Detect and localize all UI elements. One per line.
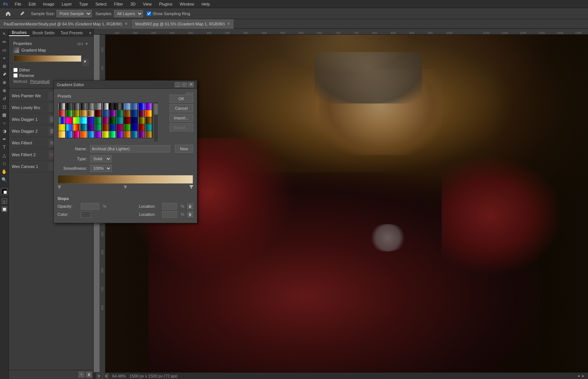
gradient-editor-bar[interactable] [58, 175, 193, 184]
gradient-editor-title-bar[interactable]: Gradient Editor _ □ ✕ [54, 81, 197, 89]
menu-help[interactable]: Help [200, 1, 212, 7]
dialog-minimize-btn[interactable]: _ [175, 82, 181, 87]
preset-item[interactable] [138, 131, 145, 138]
properties-collapse[interactable]: ◁◁ [76, 42, 84, 46]
preset-item[interactable] [95, 110, 101, 117]
preset-item[interactable] [109, 124, 116, 131]
preset-item[interactable] [59, 117, 65, 124]
preset-item[interactable] [80, 124, 87, 131]
preset-item[interactable] [138, 103, 145, 110]
eyedropper-tool-icon[interactable] [17, 8, 27, 19]
preset-item[interactable] [138, 110, 145, 117]
tool-presets-tab[interactable]: Tool Presets [58, 30, 86, 36]
gradient-stop-left[interactable] [58, 185, 61, 189]
tab-2[interactable]: WesBW2.jpg @ 61.5% (Gradient Map 1, RGB/… [132, 19, 234, 29]
screen-mode[interactable]: ⬜ [1, 206, 8, 213]
new-layer-btn[interactable]: + [79, 372, 84, 378]
preset-item[interactable] [87, 110, 94, 117]
menu-view[interactable]: View [142, 1, 153, 7]
brush-tool[interactable]: ✏ [1, 38, 8, 46]
gradient-stop-mid[interactable] [123, 185, 127, 189]
type-tool[interactable]: T [1, 144, 8, 151]
preset-item[interactable] [87, 117, 94, 124]
hand-tool[interactable]: ✋ [1, 168, 8, 175]
menu-select[interactable]: Select [94, 1, 108, 7]
stamp-tool[interactable]: ⊗ [1, 87, 8, 94]
preset-item[interactable] [145, 117, 152, 124]
dither-checkbox[interactable] [13, 68, 18, 72]
show-sampling-ring-checkbox[interactable] [147, 11, 151, 16]
preset-item[interactable] [138, 124, 145, 131]
shape-tool[interactable]: □ [1, 160, 8, 167]
preset-item[interactable] [80, 103, 87, 110]
smoothness-select[interactable]: 100% [90, 165, 112, 172]
menu-type[interactable]: Type [78, 1, 90, 7]
gradient-preview-bar[interactable] [13, 55, 81, 62]
preset-item[interactable] [95, 117, 101, 124]
presets-scrollbar[interactable] [153, 102, 158, 142]
ok-button[interactable]: OK [170, 95, 193, 103]
preset-item[interactable] [87, 131, 94, 138]
import-button[interactable]: Import... [170, 114, 193, 122]
preset-item[interactable] [80, 117, 87, 124]
zoom-tool[interactable]: 🔍 [1, 176, 8, 183]
cancel-button[interactable]: Cancel [170, 104, 193, 112]
preset-item[interactable] [95, 131, 101, 138]
menu-plugins[interactable]: Plugins [157, 1, 174, 7]
color-delete-btn[interactable]: 🗑 [187, 211, 193, 217]
blur-tool[interactable]: ○ [1, 119, 8, 127]
new-gradient-button[interactable]: New [175, 145, 193, 153]
preset-item[interactable] [145, 103, 152, 110]
preset-item[interactable] [73, 117, 80, 124]
preset-item[interactable] [102, 117, 109, 124]
brushes-tab[interactable]: Brushes [9, 29, 29, 36]
preset-item[interactable] [59, 131, 65, 138]
menu-edit[interactable]: Edit [27, 1, 37, 7]
preset-item[interactable] [131, 103, 138, 110]
preset-item[interactable] [66, 110, 73, 117]
pen-tool[interactable]: ✒ [1, 136, 8, 143]
opacity-location-input[interactable] [162, 203, 177, 210]
color-location-input[interactable] [162, 211, 177, 218]
tab-2-close[interactable]: ✕ [227, 22, 230, 26]
history-tool[interactable]: ↺ [1, 95, 8, 102]
preset-item[interactable] [66, 124, 73, 131]
preset-item[interactable] [66, 103, 73, 110]
move-tool[interactable]: ↖ [1, 30, 8, 38]
preset-item[interactable] [124, 117, 131, 124]
preset-item[interactable] [145, 110, 152, 117]
scrollbar-thumb[interactable] [154, 103, 158, 115]
preset-item[interactable] [116, 117, 123, 124]
preset-item[interactable] [145, 131, 152, 138]
preset-item[interactable] [102, 103, 109, 110]
preset-item[interactable] [102, 110, 109, 117]
preset-item[interactable] [102, 124, 109, 131]
dialog-close-btn[interactable]: ✕ [188, 82, 194, 87]
preset-item[interactable] [109, 110, 116, 117]
name-input[interactable] [90, 145, 170, 152]
preset-item[interactable] [124, 131, 131, 138]
preset-item[interactable] [66, 117, 73, 124]
preset-item[interactable] [87, 124, 94, 131]
sample-size-select[interactable]: Point Sample [56, 10, 92, 17]
brush-settings-tab[interactable]: Brush Settin [29, 30, 58, 36]
foreground-color[interactable] [1, 188, 8, 195]
preset-item[interactable] [73, 103, 80, 110]
preset-item[interactable] [116, 110, 123, 117]
delete-layer-btn[interactable]: 🗑 [86, 372, 92, 378]
panel-menu-icon[interactable]: ≡ [87, 30, 93, 36]
gradient-dropdown-arrow[interactable]: ▼ [83, 59, 88, 66]
preset-item[interactable] [73, 131, 80, 138]
color-swatch[interactable] [81, 211, 91, 218]
preset-item[interactable] [116, 124, 123, 131]
quick-mask[interactable]: Q [1, 197, 8, 205]
preset-item[interactable] [131, 117, 138, 124]
lasso-tool[interactable]: ⌖ [1, 55, 8, 62]
tab-1-close[interactable]: ✕ [125, 22, 128, 26]
preset-item[interactable] [124, 103, 131, 110]
crop-tool[interactable]: ⊞ [1, 63, 8, 70]
preset-item[interactable] [80, 110, 87, 117]
preset-item[interactable] [59, 103, 65, 110]
eyedropper-tool[interactable] [1, 71, 8, 78]
preset-item[interactable] [66, 131, 73, 138]
